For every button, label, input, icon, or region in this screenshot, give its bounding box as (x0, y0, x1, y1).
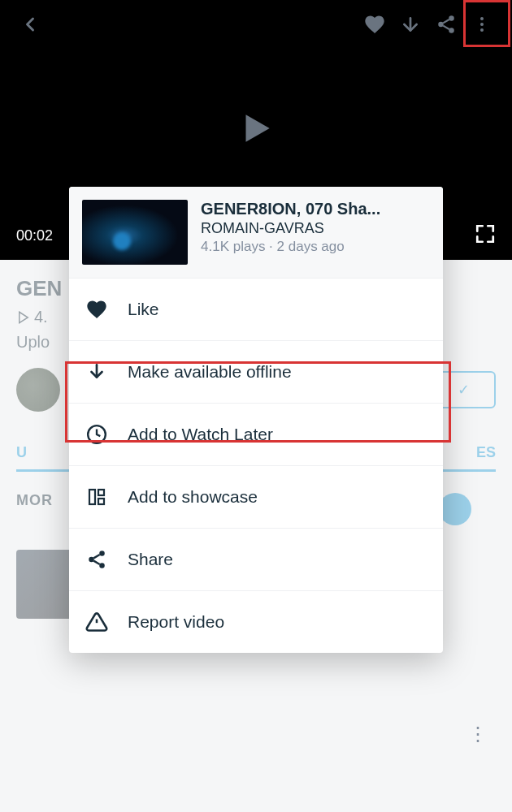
download-icon (85, 361, 108, 383)
tab-right[interactable]: ES (476, 436, 496, 469)
menu-later-label: Add to Watch Later (128, 425, 273, 444)
play-button[interactable] (236, 108, 276, 152)
clock-icon (85, 423, 108, 446)
more-button[interactable] (464, 6, 500, 42)
heart-icon (85, 298, 108, 321)
sheet-thumbnail (82, 200, 188, 265)
menu-showcase[interactable]: Add to showcase (69, 465, 443, 528)
sheet-header: GENER8ION, 070 Sha... ROMAIN-GAVRAS 4.1K… (69, 187, 443, 278)
menu-report-label: Report video (128, 612, 224, 632)
back-button[interactable] (12, 6, 48, 42)
svg-rect-13 (89, 490, 95, 504)
menu-watch-later[interactable]: Add to Watch Later (69, 403, 443, 465)
like-button[interactable] (357, 6, 393, 42)
svg-point-17 (89, 557, 94, 563)
svg-point-2 (438, 22, 444, 28)
svg-point-6 (480, 17, 484, 20)
svg-point-3 (449, 28, 454, 33)
svg-point-1 (449, 15, 454, 21)
menu-report[interactable]: Report video (69, 590, 443, 653)
menu-offline[interactable]: Make available offline (69, 340, 443, 403)
current-time: 00:02 (16, 227, 53, 244)
svg-line-19 (93, 561, 99, 564)
svg-point-7 (480, 23, 484, 26)
menu-like[interactable]: Like (69, 278, 443, 340)
player-top-bar (0, 0, 512, 49)
fullscreen-button[interactable] (475, 223, 496, 248)
tab-left[interactable]: U (16, 436, 27, 469)
sheet-title: GENER8ION, 070 Sha... (201, 200, 430, 218)
warning-icon (85, 611, 108, 633)
avatar[interactable] (16, 368, 60, 412)
svg-marker-10 (20, 312, 28, 323)
svg-line-20 (93, 555, 99, 558)
svg-point-18 (99, 563, 105, 568)
svg-point-8 (480, 28, 484, 32)
svg-rect-14 (98, 490, 104, 495)
item-more-icon[interactable]: ⋮ (468, 723, 488, 745)
menu-offline-label: Make available offline (128, 362, 292, 382)
grid-icon (85, 486, 108, 508)
section-title: MOR (16, 492, 53, 509)
svg-line-5 (443, 19, 449, 23)
sheet-author: ROMAIN-GAVRAS (201, 220, 430, 237)
download-button[interactable] (393, 6, 428, 42)
menu-like-label: Like (128, 300, 159, 319)
svg-rect-15 (98, 499, 104, 504)
menu-share-label: Share (128, 550, 173, 569)
sheet-meta: 4.1K plays · 2 days ago (201, 239, 430, 255)
sheet-info: GENER8ION, 070 Sha... ROMAIN-GAVRAS 4.1K… (201, 200, 430, 265)
menu-share[interactable]: Share (69, 528, 443, 590)
svg-line-4 (443, 26, 449, 29)
share-icon (85, 548, 108, 571)
action-sheet: GENER8ION, 070 Sha... ROMAIN-GAVRAS 4.1K… (69, 187, 443, 653)
menu-showcase-label: Add to showcase (128, 487, 258, 507)
svg-marker-9 (246, 114, 270, 141)
share-button[interactable] (428, 6, 464, 42)
svg-point-16 (99, 551, 105, 556)
